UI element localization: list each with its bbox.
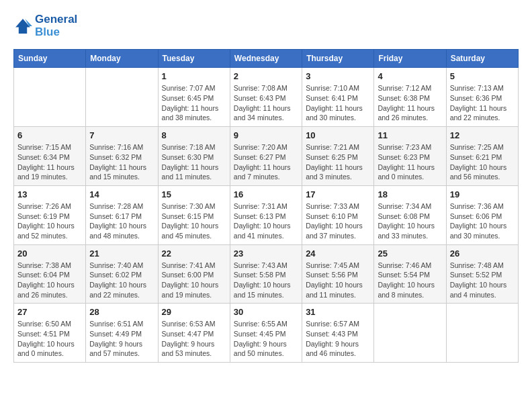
day-number: 19	[450, 189, 515, 199]
day-number: 28	[89, 307, 154, 317]
calendar-cell: 10Sunrise: 7:21 AM Sunset: 6:25 PM Dayli…	[302, 127, 374, 186]
calendar-cell	[86, 68, 158, 127]
logo-text: General Blue	[35, 13, 77, 38]
day-number: 13	[17, 189, 82, 199]
header-day-monday: Monday	[86, 50, 158, 68]
day-info: Sunrise: 6:50 AM Sunset: 4:51 PM Dayligh…	[17, 319, 82, 359]
logo: General Blue	[13, 13, 77, 38]
day-info: Sunrise: 7:07 AM Sunset: 6:45 PM Dayligh…	[162, 83, 226, 123]
calendar-cell: 19Sunrise: 7:36 AM Sunset: 6:06 PM Dayli…	[446, 185, 518, 244]
day-info: Sunrise: 7:18 AM Sunset: 6:30 PM Dayligh…	[162, 142, 226, 182]
day-number: 12	[450, 130, 515, 140]
day-number: 9	[234, 130, 298, 140]
header-day-thursday: Thursday	[302, 50, 374, 68]
day-info: Sunrise: 7:33 AM Sunset: 6:10 PM Dayligh…	[306, 201, 370, 241]
calendar-cell: 2Sunrise: 7:08 AM Sunset: 6:43 PM Daylig…	[230, 68, 302, 127]
calendar-cell: 23Sunrise: 7:43 AM Sunset: 5:58 PM Dayli…	[230, 244, 302, 304]
calendar-cell: 20Sunrise: 7:38 AM Sunset: 6:04 PM Dayli…	[14, 244, 86, 304]
day-number: 30	[234, 307, 298, 317]
calendar-cell: 16Sunrise: 7:31 AM Sunset: 6:13 PM Dayli…	[230, 185, 302, 244]
calendar-cell: 3Sunrise: 7:10 AM Sunset: 6:41 PM Daylig…	[302, 68, 374, 127]
day-number: 8	[162, 130, 226, 140]
day-info: Sunrise: 7:31 AM Sunset: 6:13 PM Dayligh…	[234, 201, 298, 241]
day-info: Sunrise: 7:13 AM Sunset: 6:36 PM Dayligh…	[450, 83, 515, 123]
day-number: 10	[306, 130, 370, 140]
day-info: Sunrise: 7:21 AM Sunset: 6:25 PM Dayligh…	[306, 142, 370, 182]
header-day-friday: Friday	[374, 50, 446, 68]
calendar-cell: 22Sunrise: 7:41 AM Sunset: 6:00 PM Dayli…	[158, 244, 230, 304]
page-header: General Blue	[13, 13, 519, 38]
calendar-cell: 7Sunrise: 7:16 AM Sunset: 6:32 PM Daylig…	[86, 127, 158, 186]
week-row-1: 1Sunrise: 7:07 AM Sunset: 6:45 PM Daylig…	[14, 68, 519, 127]
calendar-cell: 28Sunrise: 6:51 AM Sunset: 4:49 PM Dayli…	[86, 304, 158, 363]
calendar-cell: 8Sunrise: 7:18 AM Sunset: 6:30 PM Daylig…	[158, 127, 230, 186]
calendar-cell: 11Sunrise: 7:23 AM Sunset: 6:23 PM Dayli…	[374, 127, 446, 186]
calendar-table: SundayMondayTuesdayWednesdayThursdayFrid…	[13, 49, 519, 363]
day-number: 6	[17, 130, 82, 140]
calendar-cell: 27Sunrise: 6:50 AM Sunset: 4:51 PM Dayli…	[14, 304, 86, 363]
calendar-cell	[374, 304, 446, 363]
day-number: 23	[234, 248, 298, 259]
week-row-4: 20Sunrise: 7:38 AM Sunset: 6:04 PM Dayli…	[14, 244, 519, 304]
day-info: Sunrise: 7:23 AM Sunset: 6:23 PM Dayligh…	[378, 142, 442, 182]
day-info: Sunrise: 7:16 AM Sunset: 6:32 PM Dayligh…	[89, 142, 154, 182]
day-info: Sunrise: 7:40 AM Sunset: 6:02 PM Dayligh…	[89, 261, 154, 300]
calendar-cell	[446, 304, 518, 363]
day-number: 25	[378, 248, 442, 259]
logo-icon	[13, 17, 32, 36]
header-day-saturday: Saturday	[446, 50, 518, 68]
calendar-cell: 13Sunrise: 7:26 AM Sunset: 6:19 PM Dayli…	[14, 185, 86, 244]
calendar-cell: 15Sunrise: 7:30 AM Sunset: 6:15 PM Dayli…	[158, 185, 230, 244]
day-number: 20	[17, 248, 82, 259]
day-number: 14	[89, 189, 154, 199]
header-row: SundayMondayTuesdayWednesdayThursdayFrid…	[14, 50, 519, 68]
calendar-cell: 4Sunrise: 7:12 AM Sunset: 6:38 PM Daylig…	[374, 68, 446, 127]
day-number: 3	[306, 71, 370, 81]
calendar-cell: 1Sunrise: 7:07 AM Sunset: 6:45 PM Daylig…	[158, 68, 230, 127]
day-number: 11	[378, 130, 442, 140]
calendar-cell: 12Sunrise: 7:25 AM Sunset: 6:21 PM Dayli…	[446, 127, 518, 186]
calendar-cell: 9Sunrise: 7:20 AM Sunset: 6:27 PM Daylig…	[230, 127, 302, 186]
day-number: 27	[17, 307, 82, 317]
day-number: 24	[306, 248, 370, 259]
header-day-tuesday: Tuesday	[158, 50, 230, 68]
header-day-wednesday: Wednesday	[230, 50, 302, 68]
calendar-cell	[14, 68, 86, 127]
day-number: 4	[378, 71, 442, 81]
day-info: Sunrise: 6:51 AM Sunset: 4:49 PM Dayligh…	[89, 319, 154, 359]
day-number: 29	[162, 307, 226, 317]
calendar-cell: 25Sunrise: 7:46 AM Sunset: 5:54 PM Dayli…	[374, 244, 446, 304]
calendar-cell: 31Sunrise: 6:57 AM Sunset: 4:43 PM Dayli…	[302, 304, 374, 363]
day-info: Sunrise: 7:43 AM Sunset: 5:58 PM Dayligh…	[234, 261, 298, 300]
day-number: 2	[234, 71, 298, 81]
day-info: Sunrise: 6:55 AM Sunset: 4:45 PM Dayligh…	[234, 319, 298, 359]
day-info: Sunrise: 7:25 AM Sunset: 6:21 PM Dayligh…	[450, 142, 515, 182]
day-info: Sunrise: 7:36 AM Sunset: 6:06 PM Dayligh…	[450, 201, 515, 241]
calendar-cell: 24Sunrise: 7:45 AM Sunset: 5:56 PM Dayli…	[302, 244, 374, 304]
day-info: Sunrise: 7:15 AM Sunset: 6:34 PM Dayligh…	[17, 142, 82, 182]
day-number: 22	[162, 248, 226, 259]
day-info: Sunrise: 7:38 AM Sunset: 6:04 PM Dayligh…	[17, 261, 82, 300]
day-number: 31	[306, 307, 370, 317]
week-row-2: 6Sunrise: 7:15 AM Sunset: 6:34 PM Daylig…	[14, 127, 519, 186]
calendar-cell: 30Sunrise: 6:55 AM Sunset: 4:45 PM Dayli…	[230, 304, 302, 363]
day-info: Sunrise: 7:08 AM Sunset: 6:43 PM Dayligh…	[234, 83, 298, 123]
calendar-cell: 6Sunrise: 7:15 AM Sunset: 6:34 PM Daylig…	[14, 127, 86, 186]
calendar-cell: 5Sunrise: 7:13 AM Sunset: 6:36 PM Daylig…	[446, 68, 518, 127]
day-info: Sunrise: 7:28 AM Sunset: 6:17 PM Dayligh…	[89, 201, 154, 241]
header-day-sunday: Sunday	[14, 50, 86, 68]
day-number: 5	[450, 71, 515, 81]
day-info: Sunrise: 7:45 AM Sunset: 5:56 PM Dayligh…	[306, 261, 370, 300]
day-info: Sunrise: 7:46 AM Sunset: 5:54 PM Dayligh…	[378, 261, 442, 300]
day-info: Sunrise: 7:26 AM Sunset: 6:19 PM Dayligh…	[17, 201, 82, 241]
week-row-5: 27Sunrise: 6:50 AM Sunset: 4:51 PM Dayli…	[14, 304, 519, 363]
day-number: 18	[378, 189, 442, 199]
calendar-cell: 17Sunrise: 7:33 AM Sunset: 6:10 PM Dayli…	[302, 185, 374, 244]
day-number: 26	[450, 248, 515, 259]
calendar-cell: 18Sunrise: 7:34 AM Sunset: 6:08 PM Dayli…	[374, 185, 446, 244]
day-info: Sunrise: 7:20 AM Sunset: 6:27 PM Dayligh…	[234, 142, 298, 182]
day-info: Sunrise: 7:41 AM Sunset: 6:00 PM Dayligh…	[162, 261, 226, 300]
day-info: Sunrise: 7:10 AM Sunset: 6:41 PM Dayligh…	[306, 83, 370, 123]
day-number: 7	[89, 130, 154, 140]
day-number: 16	[234, 189, 298, 199]
